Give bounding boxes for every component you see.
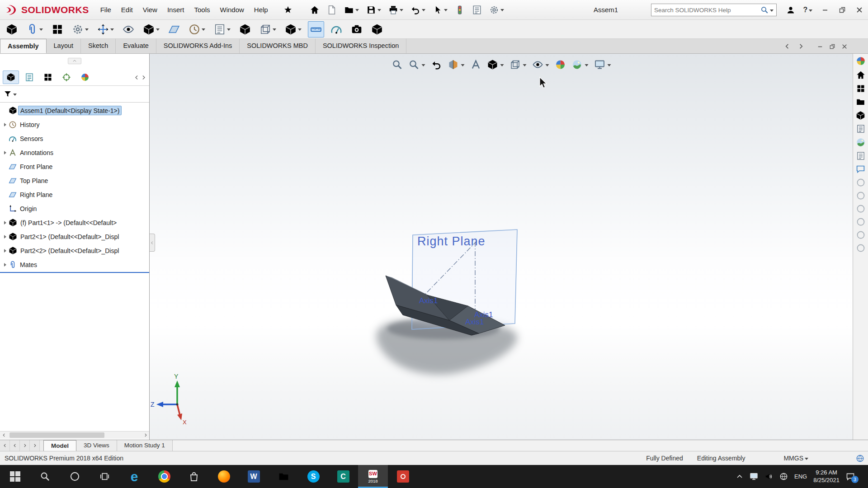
isolate-icon[interactable] [369, 21, 385, 38]
move-component-icon[interactable] [95, 21, 116, 38]
displaymanager-tab[interactable] [77, 70, 93, 84]
task-pane-home-icon[interactable] [856, 70, 866, 80]
resource-icon[interactable] [856, 230, 865, 239]
axis1-label[interactable]: Axis1 [419, 296, 438, 305]
document-minimize-button[interactable] [817, 44, 823, 49]
firefox-icon[interactable] [209, 465, 239, 488]
panel-tabs-scroll-left-icon[interactable] [134, 75, 140, 80]
panel-splitter[interactable] [0, 54, 149, 69]
measure-icon[interactable] [308, 21, 324, 38]
expand-arrow-icon[interactable] [2, 230, 9, 244]
menu-insert[interactable]: Insert [162, 3, 189, 16]
file-explorer-icon[interactable] [856, 97, 865, 107]
tab-model[interactable]: Model [43, 440, 76, 451]
resource-icon[interactable] [856, 191, 865, 200]
configurationmanager-tab[interactable] [40, 70, 56, 84]
volume-icon[interactable] [764, 472, 773, 481]
resource-icon[interactable] [856, 204, 865, 213]
assembly-features-icon[interactable] [141, 21, 162, 38]
tab-scroll-left-icon[interactable] [10, 440, 20, 451]
resource-icon[interactable] [856, 217, 865, 226]
apply-scene-icon[interactable] [571, 58, 589, 71]
custom-properties-icon[interactable] [856, 151, 865, 160]
hide-show-items-icon[interactable] [531, 58, 550, 71]
tab-evaluate[interactable]: Evaluate [116, 39, 156, 53]
camtasia-icon[interactable]: C [328, 465, 358, 488]
toolbox-icon[interactable] [856, 111, 865, 120]
zoom-to-area-icon[interactable] [407, 58, 426, 71]
right-plane-label[interactable]: Right Plane [417, 235, 486, 248]
tab-assembly[interactable]: Assembly [0, 39, 47, 53]
expand-arrow-icon[interactable] [2, 216, 9, 230]
web-help-globe-icon[interactable] [856, 454, 864, 463]
menu-window[interactable]: Window [215, 3, 249, 16]
tree-item-part2-2[interactable]: Part2<2> (Default<<Default>_Displ [0, 244, 149, 258]
document-restore-button[interactable] [830, 44, 835, 49]
expand-arrow-icon[interactable] [2, 145, 9, 160]
expand-arrow-icon[interactable] [2, 258, 9, 272]
scroll-left-icon[interactable] [0, 432, 8, 439]
menu-edit[interactable]: Edit [116, 3, 138, 16]
tree-item-front-plane[interactable]: Front Plane [0, 160, 149, 174]
view-orientation-icon[interactable] [486, 58, 505, 71]
rebuild-traffic-light-icon[interactable] [453, 4, 467, 16]
skype-icon[interactable]: S [298, 465, 328, 488]
interference-detection-icon[interactable] [283, 21, 304, 38]
explode-line-sketch-icon[interactable] [257, 21, 278, 38]
show-hidden-components-icon[interactable] [120, 21, 137, 38]
resource-icon[interactable] [856, 244, 865, 253]
home-icon[interactable] [307, 4, 322, 16]
dynamic-annotation-views-icon[interactable] [469, 58, 482, 71]
mate-icon[interactable] [24, 21, 45, 38]
action-center-icon[interactable]: 3 [846, 472, 855, 481]
tab-scroll-first-icon[interactable] [0, 440, 10, 451]
search-icon[interactable] [760, 6, 769, 14]
smart-fasteners-icon[interactable] [70, 21, 91, 38]
panel-horizontal-scrollbar[interactable] [0, 431, 149, 439]
tree-item-history[interactable]: History [0, 117, 149, 131]
help-button[interactable]: ? [799, 2, 816, 18]
resource-icon[interactable] [856, 178, 865, 187]
propertymanager-tab[interactable] [21, 70, 38, 84]
language-indicator[interactable]: ENG [794, 473, 807, 480]
scroll-right-icon[interactable] [142, 432, 149, 439]
tab-scroll-right-icon[interactable] [20, 440, 30, 451]
tree-item-right-plane[interactable]: Right Plane [0, 188, 149, 202]
store-icon[interactable] [179, 465, 209, 488]
3d-scene[interactable]: Right Plane Axis1 Axis1 Axis1 Y Z X [150, 54, 853, 440]
menu-help[interactable]: Help [249, 3, 273, 16]
hidden-icons-chevron-icon[interactable] [736, 473, 743, 480]
select-cursor-icon[interactable] [430, 4, 450, 16]
filter-funnel-icon[interactable] [4, 90, 12, 98]
tab-scroll-last-icon[interactable] [30, 440, 40, 451]
tab-solidworks-inspection[interactable]: SOLIDWORKS Inspection [316, 39, 406, 53]
tree-item-mates[interactable]: Mates [0, 258, 149, 272]
tab-sketch[interactable]: Sketch [81, 39, 116, 53]
chrome-icon[interactable] [149, 465, 179, 488]
edit-appearance-icon[interactable] [554, 58, 566, 71]
document-close-button[interactable] [842, 44, 847, 49]
display-style-icon[interactable] [509, 58, 527, 71]
undo-icon[interactable] [408, 4, 428, 16]
solidworks-taskbar-icon[interactable]: SW 2018 [358, 465, 388, 488]
options-gear-icon[interactable] [487, 4, 506, 16]
display-pane-expand-icon[interactable] [784, 43, 791, 50]
tab-3d-views[interactable]: 3D Views [76, 440, 117, 451]
tree-item-sensors[interactable]: Sensors [0, 131, 149, 145]
save-icon[interactable] [364, 4, 383, 16]
sign-in-user-icon[interactable] [782, 2, 799, 18]
help-search-box[interactable] [651, 4, 777, 16]
bill-of-materials-icon[interactable] [212, 21, 233, 38]
taskbar-search-icon[interactable] [30, 465, 60, 488]
previous-view-icon[interactable] [430, 58, 443, 71]
pin-icon[interactable] [281, 4, 295, 16]
edge-icon[interactable]: e [119, 465, 149, 488]
dimxpertmanager-tab[interactable] [58, 70, 75, 84]
expand-arrow-icon[interactable] [2, 244, 9, 258]
exploded-view-icon[interactable] [237, 21, 253, 38]
graphics-viewport[interactable]: Right Plane Axis1 Axis1 Axis1 Y Z X [150, 54, 853, 440]
network-icon[interactable] [779, 472, 788, 481]
forum-icon[interactable] [856, 164, 865, 174]
rollback-bar[interactable] [0, 272, 149, 273]
menu-view[interactable]: View [138, 3, 162, 16]
